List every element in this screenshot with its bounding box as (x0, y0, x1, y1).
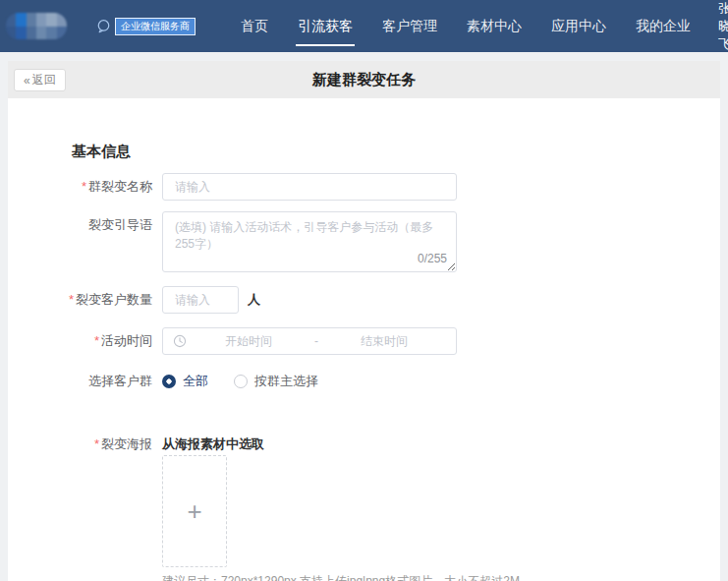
top-navbar: 企业微信服务商 首页 引流获客 客户管理 素材中心 应用中心 我的企业 张晓飞 (0, 0, 728, 52)
name-input[interactable] (162, 173, 457, 201)
field-label-time: *活动时间 (8, 327, 162, 355)
required-mark: * (69, 292, 74, 307)
nav-item-material-center[interactable]: 素材中心 (465, 12, 524, 41)
poster-size-hint: 建议尺寸：720px*1290px 支持上传jpg|png格式图片，大小不超过2… (162, 573, 520, 581)
radio-option-all[interactable]: 全部 (162, 374, 208, 389)
field-label-guide: 裂变引导语 (8, 211, 162, 239)
guide-textarea[interactable] (162, 211, 457, 272)
user-menu[interactable]: 张晓飞 (718, 0, 728, 53)
field-label-group: 选择客户群 (8, 374, 162, 389)
poster-control: 从海报素材中选取 + 建议尺寸：720px*1290px 支持上传jpg|png… (162, 436, 520, 581)
service-provider-badge: 企业微信服务商 (96, 18, 196, 35)
nav-item-app-center[interactable]: 应用中心 (549, 12, 608, 41)
field-label-count: *裂变客户数量 (8, 286, 162, 314)
required-mark: * (94, 333, 99, 348)
guide-textarea-wrap: 0/255 (162, 211, 457, 272)
field-label-name: *群裂变名称 (8, 173, 162, 201)
group-radio-group: 全部 按群主选择 (162, 374, 344, 389)
field-row-name: *群裂变名称 (8, 173, 720, 201)
radio-unselected-icon (234, 375, 248, 388)
section-title-basic-info: 基本信息 (72, 143, 720, 161)
page-header-band: « 返回 新建群裂变任务 (8, 61, 720, 98)
nav-item-lead-acquisition[interactable]: 引流获客 (296, 12, 355, 41)
field-row-time: *活动时间 开始时间 - 结束时间 (8, 327, 720, 355)
page-title: 新建群裂变任务 (312, 71, 416, 89)
user-name: 张晓飞 (718, 0, 728, 53)
field-row-group: 选择客户群 全部 按群主选择 (8, 374, 720, 389)
required-mark: * (82, 179, 86, 194)
field-row-count: *裂变客户数量 人 (8, 286, 720, 314)
nav-item-customer-management[interactable]: 客户管理 (380, 12, 439, 41)
end-time-placeholder[interactable]: 结束时间 (322, 333, 446, 350)
radio-label: 全部 (183, 374, 208, 389)
radio-selected-icon (162, 375, 176, 388)
start-time-placeholder[interactable]: 开始时间 (187, 333, 310, 350)
field-row-poster: *裂变海报 从海报素材中选取 + 建议尺寸：720px*1290px 支持上传j… (8, 436, 720, 581)
back-button-label: 返回 (32, 72, 56, 88)
nav-item-home[interactable]: 首页 (239, 12, 270, 41)
field-row-guide: 裂变引导语 0/255 (8, 211, 720, 272)
count-unit-suffix: 人 (248, 291, 260, 309)
plus-icon: + (187, 498, 201, 524)
back-arrow-icon: « (24, 74, 30, 87)
badge-label: 企业微信服务商 (115, 18, 196, 35)
nav-item-my-company[interactable]: 我的企业 (634, 12, 693, 41)
count-input[interactable] (162, 286, 239, 314)
main-nav: 首页 引流获客 客户管理 素材中心 应用中心 我的企业 (239, 12, 718, 41)
clock-icon (173, 334, 187, 348)
create-task-form: *群裂变名称 裂变引导语 0/255 *裂变客户数量 人 *活动时间 (8, 173, 720, 581)
time-range-picker[interactable]: 开始时间 - 结束时间 (162, 327, 457, 355)
field-label-poster: *裂变海报 (8, 436, 162, 452)
form-card: 基本信息 *群裂变名称 裂变引导语 0/255 *裂变客户数量 人 (8, 98, 720, 581)
poster-upload-box[interactable]: + (162, 455, 227, 567)
radio-label: 按群主选择 (254, 374, 318, 389)
back-button[interactable]: « 返回 (14, 69, 66, 91)
chat-bubble-icon (96, 19, 111, 33)
required-mark: * (94, 436, 99, 451)
radio-option-by-owner[interactable]: 按群主选择 (234, 374, 318, 389)
time-range-separator: - (310, 334, 322, 348)
poster-select-link[interactable]: 从海报素材中选取 (162, 436, 520, 452)
app-logo-blurred (6, 13, 67, 39)
